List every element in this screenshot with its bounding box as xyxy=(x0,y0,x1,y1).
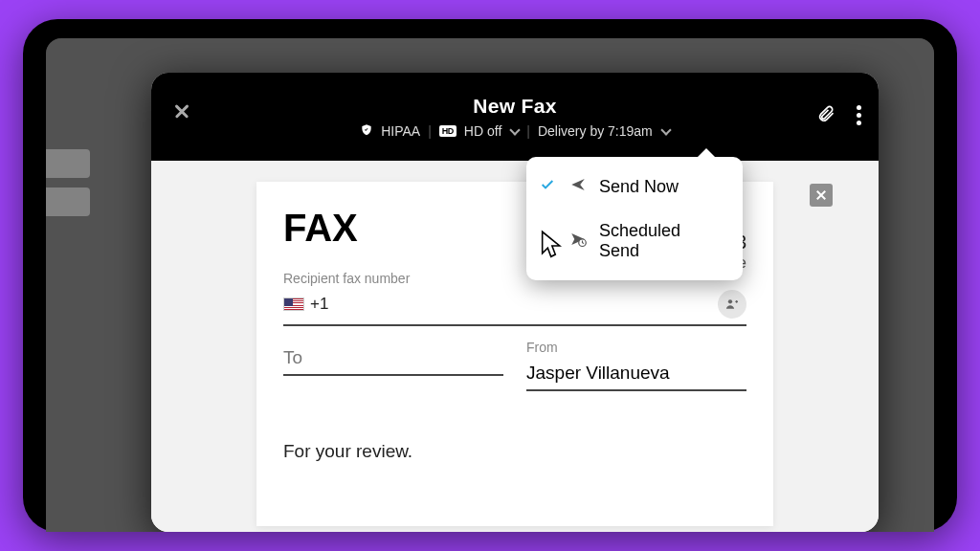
device-bezel: New Fax HIPAA | HD HD off | Delivery by … xyxy=(23,19,957,532)
hd-toggle[interactable]: HD off xyxy=(464,123,501,139)
from-label: From xyxy=(526,340,746,355)
recipient-fax-input[interactable] xyxy=(334,295,712,314)
purple-frame: New Fax HIPAA | HD HD off | Delivery by … xyxy=(0,0,980,551)
chevron-down-icon xyxy=(510,124,521,135)
device-screen: New Fax HIPAA | HD HD off | Delivery by … xyxy=(46,38,934,532)
chevron-down-icon xyxy=(660,124,671,135)
more-menu-button[interactable] xyxy=(853,101,865,129)
message-body[interactable]: For your review. xyxy=(283,441,746,462)
send-now-label: Send Now xyxy=(599,177,679,197)
status-row: HIPAA | HD HD off | Delivery by 7:19am xyxy=(360,123,670,140)
phone-prefix: +1 xyxy=(310,295,328,314)
send-now-option[interactable]: Send Now xyxy=(526,165,743,209)
separator: | xyxy=(526,123,530,139)
new-fax-window: New Fax HIPAA | HD HD off | Delivery by … xyxy=(151,73,879,532)
hipaa-label: HIPAA xyxy=(381,123,420,139)
from-input[interactable] xyxy=(526,355,746,391)
recipient-fax-row: +1 xyxy=(283,286,746,326)
add-contact-button[interactable] xyxy=(718,290,746,319)
titlebar: New Fax HIPAA | HD HD off | Delivery by … xyxy=(151,73,879,161)
close-preview-button[interactable] xyxy=(810,184,833,207)
scheduled-send-icon xyxy=(568,231,588,253)
scheduled-send-label: Scheduled Send xyxy=(599,221,725,261)
background-stub xyxy=(46,187,90,216)
attachment-button[interactable] xyxy=(816,102,835,129)
background-stub xyxy=(46,149,90,178)
hd-badge-icon: HD xyxy=(439,125,457,137)
close-button[interactable] xyxy=(167,96,197,126)
window-body: FAX 3 1 page Recipient fax number +1 xyxy=(151,161,879,532)
us-flag-icon[interactable] xyxy=(283,298,304,311)
delivery-dropdown[interactable]: Delivery by 7:19am xyxy=(538,123,653,139)
shield-icon xyxy=(360,123,373,140)
window-title: New Fax xyxy=(473,95,556,118)
to-input[interactable] xyxy=(283,340,503,376)
scheduled-send-option[interactable]: Scheduled Send xyxy=(526,209,743,273)
delivery-dropdown-menu: Send Now Scheduled Send xyxy=(526,157,743,280)
svg-point-0 xyxy=(728,299,732,303)
check-icon xyxy=(540,177,557,197)
separator: | xyxy=(428,123,432,139)
send-icon xyxy=(568,176,588,198)
